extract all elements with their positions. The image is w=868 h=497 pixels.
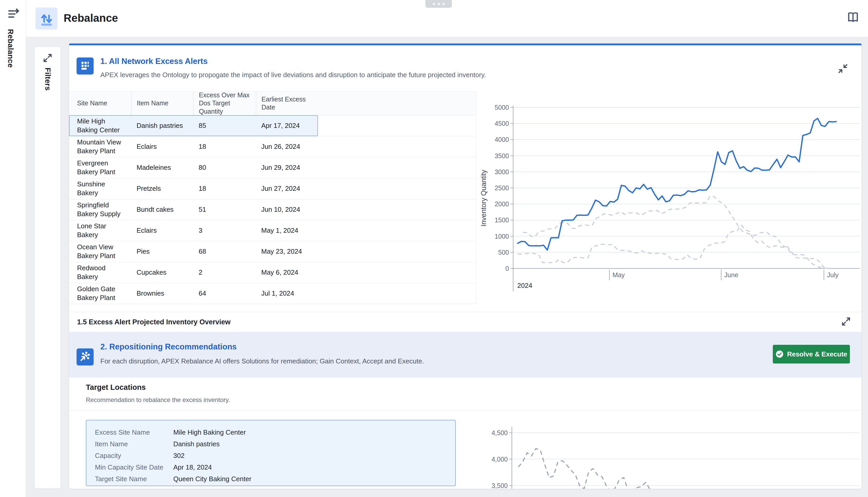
section2-band: 2. Repositioning Recommendations For eac…: [69, 332, 862, 378]
filters-panel[interactable]: Filters: [34, 46, 61, 489]
sidebar-item-rebalance[interactable]: Rebalance: [6, 29, 15, 68]
cell-empty: [317, 178, 476, 199]
cell-empty: [317, 220, 476, 241]
cell-empty: [317, 157, 476, 178]
column-header[interactable]: Excess Over Max Dos Target Quantity: [193, 91, 256, 115]
cell-excess-quantity: 80: [193, 157, 256, 178]
cell-earliest-excess-date: Jun 27, 2024: [256, 178, 317, 199]
expand-diagonal-icon[interactable]: [42, 52, 54, 64]
svg-text:1000: 1000: [495, 233, 509, 240]
rebalance-app-icon: [35, 8, 57, 29]
cell-site-name: Sunshine Bakery: [69, 178, 131, 199]
cell-empty: [317, 199, 476, 220]
cell-earliest-excess-date: May 23, 2024: [256, 241, 317, 262]
column-header[interactable]: Item Name: [131, 91, 193, 115]
cell-item-name: Madeleines: [131, 157, 193, 178]
svg-text:2000: 2000: [495, 200, 509, 208]
app-root: Rebalance Rebalance Filters: [0, 0, 868, 497]
cell-site-name: Redwood Bakery: [69, 262, 131, 283]
cell-site-name: Springfield Bakery Supply: [69, 199, 131, 220]
cell-excess-quantity: 18: [193, 178, 256, 199]
overflow-dots-icon[interactable]: [425, 0, 452, 8]
table-row[interactable]: Mile High Baking Center Danish pastries …: [69, 115, 476, 137]
cell-earliest-excess-date: May 6, 2024: [256, 262, 317, 283]
column-header[interactable]: Site Name: [69, 91, 131, 115]
detail-label: Target Site Name: [95, 475, 173, 483]
detail-label: Capacity: [95, 452, 173, 460]
svg-text:4000: 4000: [495, 136, 509, 143]
expand-diagonal-icon[interactable]: [840, 315, 852, 328]
target-locations-title: Target Locations: [86, 383, 146, 392]
detail-value: Apr 18, 2024: [173, 463, 212, 471]
table-row[interactable]: Evergreen Bakery Plant Madeleines 80 Jun…: [69, 157, 476, 178]
svg-text:1500: 1500: [495, 216, 509, 224]
cell-earliest-excess-date: Jun 10, 2024: [256, 199, 317, 220]
cell-excess-quantity: 3: [193, 220, 256, 241]
detail-row: Target Site Name Queen City Baking Cente…: [95, 473, 455, 485]
cell-item-name: Bundt cakes: [131, 199, 193, 220]
cell-excess-quantity: 51: [193, 199, 256, 220]
table-row[interactable]: Golden Gate Bakery Plant Brownies 64 Jul…: [69, 283, 476, 304]
cell-site-name: Golden Gate Bakery Plant: [69, 283, 131, 304]
resolve-execute-label: Resolve & Execute: [787, 350, 847, 358]
svg-text:3,500: 3,500: [491, 482, 508, 489]
cell-empty: [317, 262, 476, 283]
svg-text:June: June: [724, 271, 738, 279]
left-nav-rail: Rebalance: [0, 0, 26, 497]
detail-value: Queen City Baking Center: [173, 475, 251, 483]
cell-earliest-excess-date: Jul 1, 2024: [256, 283, 317, 304]
target-site-chart: 3,5004,0004,500: [476, 413, 862, 489]
section15-title: 1.5 Excess Alert Projected Inventory Ove…: [77, 318, 231, 326]
detail-value: 302: [173, 452, 185, 460]
cell-earliest-excess-date: May 1, 2024: [256, 220, 317, 241]
svg-text:5000: 5000: [495, 104, 509, 111]
svg-text:3500: 3500: [495, 152, 509, 159]
svg-text:4,500: 4,500: [491, 429, 508, 437]
section2-subtitle: For each disruption, APEX Rebalance AI o…: [100, 357, 424, 365]
cell-empty: [317, 283, 476, 304]
cell-excess-quantity: 64: [193, 283, 256, 304]
table-row[interactable]: Mountain View Bakery Plant Eclairs 18 Ju…: [69, 137, 476, 157]
table-body: Mile High Baking Center Danish pastries …: [69, 115, 476, 304]
table-header-row: Site NameItem NameExcess Over Max Dos Ta…: [69, 91, 476, 115]
table-row[interactable]: Lone Star Bakery Eclairs 3 May 1, 2024: [69, 220, 476, 241]
main-card: 1. All Network Excess Alerts APEX levera…: [69, 43, 862, 489]
section1-subtitle: APEX leverages the Ontology to propogate…: [100, 71, 486, 79]
network-inventory-chart: 0500100015002000250030003500400045005000…: [476, 98, 862, 298]
cell-excess-quantity: 2: [193, 262, 256, 283]
svg-text:2500: 2500: [495, 184, 509, 191]
recommendation-detail-card[interactable]: Excess Site Name Mile High Baking Center…: [86, 420, 456, 486]
detail-row: Item Name Danish pastries: [95, 438, 455, 450]
detail-value: Danish pastries: [173, 440, 220, 448]
detail-row: Excess Site Name Mile High Baking Center: [95, 427, 455, 438]
grid-table-icon: [76, 57, 94, 74]
resolve-execute-button[interactable]: Resolve & Execute: [773, 345, 850, 364]
detail-row: Min Capacity Site Date Apr 18, 2024: [95, 462, 455, 473]
table-row[interactable]: Springfield Bakery Supply Bundt cakes 51…: [69, 199, 476, 220]
table-row[interactable]: Ocean View Bakery Plant Pies 68 May 23, …: [69, 241, 476, 262]
target-locations-subtitle: Recommendation to rebalance the excess i…: [86, 396, 230, 403]
cell-item-name: Pretzels: [131, 178, 193, 199]
section15-strip: 1.5 Excess Alert Projected Inventory Ove…: [69, 312, 862, 332]
menu-open-icon[interactable]: [7, 7, 20, 21]
header: Rebalance: [26, 0, 868, 37]
svg-text:0: 0: [505, 265, 509, 272]
collapse-diagonal-icon[interactable]: [837, 62, 849, 76]
distribute-network-icon: [76, 349, 94, 366]
cell-item-name: Brownies: [131, 283, 193, 304]
detail-value: Mile High Baking Center: [173, 428, 246, 437]
cell-item-name: Eclairs: [131, 220, 193, 241]
detail-label: Excess Site Name: [95, 428, 173, 437]
cell-item-name: Eclairs: [131, 137, 193, 157]
table-row[interactable]: Redwood Bakery Cupcakes 2 May 6, 2024: [69, 262, 476, 283]
cell-earliest-excess-date: Jun 29, 2024: [256, 157, 317, 178]
open-book-icon[interactable]: [846, 10, 860, 25]
section1-title: 1. All Network Excess Alerts: [100, 57, 208, 66]
svg-text:500: 500: [498, 249, 509, 256]
svg-text:May: May: [613, 271, 625, 279]
column-header[interactable]: Earliest Excess Date: [256, 91, 317, 115]
section2-title: 2. Repositioning Recommendations: [100, 342, 237, 352]
table-row[interactable]: Sunshine Bakery Pretzels 18 Jun 27, 2024: [69, 178, 476, 199]
cell-site-name: Evergreen Bakery Plant: [69, 157, 131, 178]
detail-label: Min Capacity Site Date: [95, 463, 173, 471]
